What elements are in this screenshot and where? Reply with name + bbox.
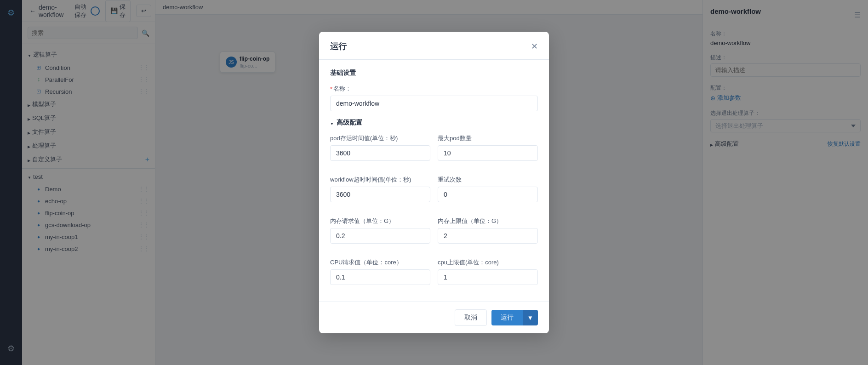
run-button[interactable]: 运行: [491, 310, 523, 325]
modal-max-pods-input[interactable]: [438, 145, 538, 161]
modal-advanced-chevron: [330, 119, 334, 126]
modal-max-pods-field: 最大pod数量: [438, 134, 538, 161]
modal-workflow-timeout-field: workflow超时时间值(单位：秒): [330, 176, 430, 202]
modal-retry-label: 重试次数: [438, 176, 538, 184]
modal-header: 运行 ✕: [319, 32, 549, 60]
modal-cpu-request-input[interactable]: [330, 269, 430, 285]
modal-pod-ttl-label: pod存活时间值(单位：秒): [330, 134, 430, 143]
modal-retry-field: 重试次数: [438, 176, 538, 202]
modal-footer: 取消 运行 ▼: [319, 302, 549, 333]
modal-cpu-limit-label: cpu上限值(单位：core): [438, 258, 538, 267]
modal-pod-ttl-input[interactable]: [330, 145, 430, 161]
modal-memory-limit-label: 内存上限值（单位：G）: [438, 217, 538, 225]
run-button-group: 运行 ▼: [491, 310, 538, 325]
modal-close-button[interactable]: ✕: [531, 41, 538, 51]
run-dropdown-button[interactable]: ▼: [523, 310, 538, 325]
modal-name-field: * 名称：: [330, 85, 538, 111]
modal-title: 运行: [330, 41, 347, 52]
modal-advanced-section: 高级配置 pod存活时间值(单位：秒) 最大pod数量: [330, 119, 538, 292]
modal-memory-limit-input[interactable]: [438, 228, 538, 244]
run-dropdown-icon: ▼: [527, 314, 533, 321]
modal-basic-title: 基础设置: [330, 69, 538, 77]
modal-workflow-timeout-label: workflow超时时间值(单位：秒): [330, 176, 430, 184]
modal-cpu-limit-field: cpu上限值(单位：core): [438, 258, 538, 285]
modal-memory-request-input[interactable]: [330, 228, 430, 244]
required-star: *: [330, 86, 332, 92]
modal-body: 基础设置 * 名称： 高级配置: [319, 60, 549, 302]
modal-overlay[interactable]: 运行 ✕ 基础设置 * 名称： 高级配置: [0, 0, 868, 365]
modal-name-input[interactable]: [330, 96, 538, 111]
modal-name-label: * 名称：: [330, 85, 538, 93]
modal-memory-request-label: 内存请求值（单位：G）: [330, 217, 430, 225]
modal-max-pods-label: 最大pod数量: [438, 134, 538, 143]
run-modal: 运行 ✕ 基础设置 * 名称： 高级配置: [319, 32, 549, 333]
modal-cpu-request-field: CPU请求值（单位：core）: [330, 258, 430, 285]
modal-cpu-limit-input[interactable]: [438, 269, 538, 285]
modal-pod-ttl-field: pod存活时间值(单位：秒): [330, 134, 430, 161]
modal-memory-request-field: 内存请求值（单位：G）: [330, 217, 430, 244]
modal-retry-input[interactable]: [438, 187, 538, 202]
cancel-button[interactable]: 取消: [455, 309, 487, 326]
modal-advanced-toggle[interactable]: 高级配置: [330, 119, 538, 127]
modal-workflow-timeout-input[interactable]: [330, 187, 430, 202]
modal-cpu-request-label: CPU请求值（单位：core）: [330, 258, 430, 267]
modal-memory-limit-field: 内存上限值（单位：G）: [438, 217, 538, 244]
modal-advanced-grid: pod存活时间值(单位：秒) 最大pod数量 workflow超时时间值(单位：…: [330, 134, 538, 292]
